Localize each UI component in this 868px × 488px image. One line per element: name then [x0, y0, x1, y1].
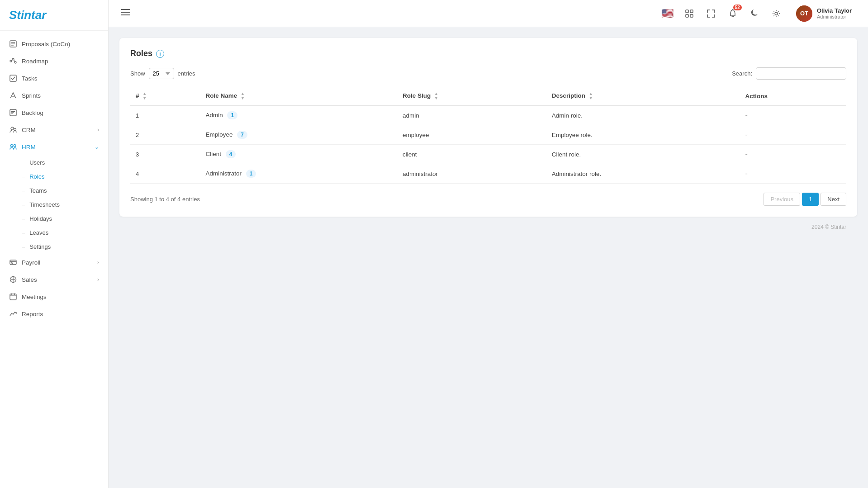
language-flag[interactable]: 🇺🇸 — [660, 6, 675, 21]
sidebar-item-holidays[interactable]: – Holidays — [0, 212, 108, 226]
cell-description: Administrator role. — [546, 164, 740, 184]
sales-chevron-icon: › — [97, 276, 99, 283]
svg-point-18 — [14, 145, 16, 147]
sidebar-item-crm[interactable]: CRM › — [0, 121, 108, 138]
col-header-role-name: Role Name ▲▼ — [200, 87, 397, 105]
notification-bell-icon[interactable]: 52 — [726, 6, 740, 21]
sidebar-item-sales[interactable]: Sales › — [0, 271, 108, 288]
svg-rect-25 — [10, 294, 16, 300]
footer-text: 2024 © Stintar — [811, 224, 846, 230]
dark-mode-icon[interactable] — [747, 6, 762, 21]
sidebar-nav: Proposals (CoCo) Roadmap Tasks Sprints — [0, 31, 108, 488]
sidebar-sub-label: Teams — [29, 187, 47, 194]
sort-icon[interactable]: ▲▼ — [241, 91, 245, 100]
apps-grid-icon[interactable] — [682, 6, 697, 21]
entries-select[interactable]: 10 25 50 100 — [149, 68, 174, 79]
page-title-row: Roles i — [130, 49, 846, 58]
cell-role-name: Client 4 — [200, 145, 397, 164]
sub-dash-icon: – — [22, 187, 25, 194]
sidebar-item-label: CRM — [22, 127, 36, 133]
pagination-info: Showing 1 to 4 of 4 entries — [130, 196, 200, 203]
table-row[interactable]: 4 Administrator 1 administrator Administ… — [130, 164, 846, 184]
page-title: Roles — [130, 49, 152, 58]
crm-icon — [9, 126, 17, 134]
avatar: OT — [796, 5, 812, 22]
sub-dash-icon: – — [22, 215, 25, 222]
sidebar-item-proposals[interactable]: Proposals (CoCo) — [0, 35, 108, 52]
role-name-text: Client — [205, 151, 221, 157]
sidebar-item-label: Tasks — [22, 75, 38, 82]
cell-role-name: Admin 1 — [200, 105, 397, 125]
entries-label: entries — [178, 70, 195, 77]
col-header-actions: Actions — [740, 87, 846, 105]
settings-gear-icon[interactable] — [769, 6, 783, 21]
sidebar-sub-label: Leaves — [29, 229, 48, 236]
sidebar-item-backlog[interactable]: Backlog — [0, 104, 108, 121]
previous-button[interactable]: Previous — [764, 193, 800, 206]
sidebar-sub-label: Holidays — [29, 215, 52, 222]
sidebar-item-roles[interactable]: – Roles — [0, 170, 108, 184]
content-footer: 2024 © Stintar — [119, 217, 857, 234]
sidebar-sub-label: Timesheets — [29, 201, 60, 208]
table-row[interactable]: 1 Admin 1 admin Admin role. - — [130, 105, 846, 125]
search-input[interactable] — [756, 67, 846, 80]
header-right: 🇺🇸 52 OT Olivia Taylo — [660, 3, 857, 24]
sidebar-item-reports[interactable]: Reports — [0, 305, 108, 322]
sidebar-sub-label: Roles — [29, 173, 44, 180]
sidebar-item-teams[interactable]: – Teams — [0, 184, 108, 198]
cell-num: 3 — [130, 145, 200, 164]
cell-role-name: Administrator 1 — [200, 164, 397, 184]
roles-table: # ▲▼ Role Name ▲▼ Role Slug ▲▼ Descrip — [130, 87, 846, 184]
sidebar-item-timesheets[interactable]: – Timesheets — [0, 198, 108, 212]
cell-actions: - — [740, 145, 846, 164]
sidebar-item-roadmap[interactable]: Roadmap — [0, 52, 108, 70]
sidebar-item-meetings[interactable]: Meetings — [0, 288, 108, 305]
sidebar-item-tasks[interactable]: Tasks — [0, 70, 108, 87]
hamburger-button[interactable] — [119, 7, 132, 20]
sidebar-item-settings[interactable]: – Settings — [0, 240, 108, 254]
content-area: Roles i Show 10 25 50 100 entries Search… — [109, 27, 868, 488]
sales-icon — [9, 275, 17, 284]
search-box: Search: — [732, 67, 846, 80]
expand-icon[interactable] — [704, 6, 718, 21]
crm-chevron-icon: › — [97, 127, 99, 133]
payroll-chevron-icon: › — [97, 259, 99, 265]
sort-icon[interactable]: ▲▼ — [142, 91, 147, 100]
cell-actions: - — [740, 164, 846, 184]
table-row[interactable]: 3 Client 4 client Client role. - — [130, 145, 846, 164]
role-name-text: Admin — [205, 112, 223, 118]
sidebar-item-leaves[interactable]: – Leaves — [0, 226, 108, 240]
sidebar-item-users[interactable]: – Users — [0, 156, 108, 170]
svg-point-6 — [14, 62, 16, 63]
sidebar: Stintar Proposals (CoCo) Roadmap Tasks — [0, 0, 109, 488]
sidebar-item-sprints[interactable]: Sprints — [0, 87, 108, 104]
role-count-badge: 1 — [246, 170, 256, 178]
next-button[interactable]: Next — [821, 193, 846, 206]
user-role: Administrator — [817, 14, 852, 19]
table-controls: Show 10 25 50 100 entries Search: — [130, 67, 846, 80]
page-1-button[interactable]: 1 — [802, 193, 819, 206]
sub-dash-icon: – — [22, 243, 25, 250]
info-icon[interactable]: i — [156, 50, 164, 58]
svg-point-17 — [11, 145, 13, 147]
table-row[interactable]: 2 Employee 7 employee Employee role. - — [130, 125, 846, 145]
sub-dash-icon: – — [22, 201, 25, 208]
cell-description: Employee role. — [546, 125, 740, 145]
cell-description: Client role. — [546, 145, 740, 164]
pagination-row: Showing 1 to 4 of 4 entries Previous 1 N… — [130, 193, 846, 206]
cell-role-slug: administrator — [397, 164, 546, 184]
sidebar-item-label: Proposals (CoCo) — [22, 41, 70, 47]
user-profile[interactable]: OT Olivia Taylor Administrator — [791, 3, 857, 24]
svg-rect-9 — [10, 75, 16, 81]
sidebar-item-hrm[interactable]: HRM ⌄ — [0, 138, 108, 156]
tasks-icon — [9, 74, 17, 82]
actions-dash: - — [745, 170, 747, 177]
brand-name: Stintar — [9, 8, 46, 22]
cell-role-slug: employee — [397, 125, 546, 145]
sort-icon[interactable]: ▲▼ — [589, 91, 593, 100]
user-info: Olivia Taylor Administrator — [817, 7, 852, 19]
sidebar-item-label: Roadmap — [22, 58, 48, 65]
sidebar-item-payroll[interactable]: Payroll › — [0, 254, 108, 271]
svg-point-5 — [12, 58, 14, 60]
sort-icon[interactable]: ▲▼ — [434, 91, 438, 100]
